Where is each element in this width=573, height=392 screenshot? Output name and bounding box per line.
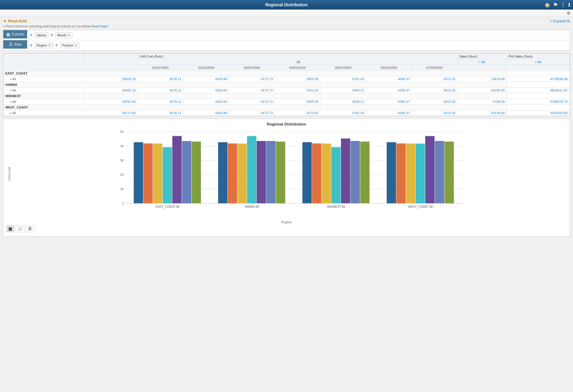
- table-chart-button[interactable]: ☰: [26, 225, 34, 232]
- header-group-row: Unit Cost (Sum) Sales (Sum) Prd Sales (S…: [4, 54, 570, 59]
- svg-rect-38: [396, 143, 406, 203]
- pivot-title: ▼ Pivot Grid: [3, 19, 27, 23]
- d3-cell: 4173.73: [229, 88, 275, 93]
- svg-rect-31: [322, 144, 331, 203]
- chart-controls: ▦ 📈 ☰: [6, 224, 567, 233]
- prd-cell: 9626511.87: [507, 88, 570, 93]
- home-icon[interactable]: 🏠: [544, 2, 550, 8]
- pivot-grid-container: Unit Cost (Sum) Sales (Sum) Prd Sales (S…: [3, 53, 570, 116]
- settings-icon[interactable]: ⚙: [567, 11, 571, 16]
- d5-cell: 4356.37: [320, 88, 366, 93]
- add-row-button-2[interactable]: +: [55, 43, 58, 48]
- d4-cell: 3925.05: [275, 99, 320, 105]
- line-chart-button[interactable]: 📈: [16, 225, 25, 232]
- page-title: Regional Distribution: [265, 2, 308, 7]
- region-cell-1: HAWAII: [4, 82, 507, 88]
- empty-header-2: [84, 54, 138, 71]
- sales-header: Sales (Sum): [457, 54, 506, 59]
- top-bar: Regional Distribution 🏠 ⚑ ⋮ ℹ: [0, 0, 573, 10]
- main-content: ▼ Pivot Grid + Expand All + Press hold i…: [0, 17, 573, 238]
- d1-cell: 4270.11: [138, 88, 183, 93]
- region-chip-close[interactable]: ✕: [48, 43, 51, 47]
- column-label: ▦ Column: [3, 30, 27, 38]
- all-label[interactable]: + All: [4, 110, 84, 116]
- all-label[interactable]: + All: [4, 76, 84, 82]
- month-chip-label: Month: [57, 33, 67, 37]
- settings-row: ⚙: [0, 10, 573, 17]
- pivot-arrow[interactable]: ▼: [3, 19, 7, 23]
- svg-rect-14: [144, 143, 153, 203]
- region-row: WEST_COAST: [4, 105, 570, 110]
- svg-rect-13: [134, 142, 143, 203]
- bar-chart-button[interactable]: ▦: [6, 225, 14, 232]
- x-axis-label: Region: [6, 220, 567, 224]
- plus-icon: +: [3, 24, 5, 28]
- svg-rect-23: [237, 144, 247, 203]
- svg-text:0: 0: [122, 202, 124, 205]
- prd-date-empty: [507, 65, 570, 71]
- svg-rect-27: [276, 142, 285, 203]
- d3-cell: 4173.73: [229, 76, 275, 82]
- values-chip: Values: [35, 32, 49, 38]
- values-chip-label: Values: [37, 33, 47, 37]
- add-column-button-2[interactable]: +: [50, 32, 53, 38]
- pivot-tbody: EAST_COAST + All 29923.78 4270.11 4183.8…: [4, 71, 570, 116]
- d4-cell: 3925.05: [275, 76, 320, 82]
- svg-rect-32: [331, 147, 341, 203]
- info-icon[interactable]: ℹ: [568, 2, 570, 8]
- d3-cell: 4173.73: [229, 99, 275, 105]
- svg-rect-39: [406, 144, 415, 203]
- all-label[interactable]: + All: [4, 99, 84, 105]
- svg-rect-33: [341, 139, 350, 203]
- sales-cell: 13874.00: [457, 76, 506, 82]
- row-items: + Region ✕ + Product ✕: [27, 41, 82, 49]
- d6-cell: 4356.37: [366, 88, 412, 93]
- all-row: + All 30355.10 4270.11 4183.84 4173.73 4…: [4, 88, 570, 93]
- svg-text:1K: 1K: [120, 188, 124, 191]
- svg-rect-29: [302, 142, 312, 203]
- drag-hint-text: Press hold icon and drag and drop to col…: [6, 24, 91, 28]
- product-chip-close[interactable]: ✕: [75, 43, 78, 47]
- sales-all: + All: [457, 59, 506, 65]
- add-column-button[interactable]: +: [30, 32, 33, 38]
- all-row: + All 30171.55 4270.11 4183.84 4173.73 4…: [4, 110, 570, 116]
- prd-cell: 5476325.83: [507, 110, 570, 116]
- more-icon[interactable]: ⋮: [560, 2, 565, 8]
- add-row-button[interactable]: +: [30, 43, 33, 48]
- empty-header: [4, 54, 84, 71]
- region-cell-0: EAST_COAST: [4, 71, 507, 76]
- prd-sales-header: Prd Sales (Sum): [507, 54, 570, 59]
- pivot-controls: ▦ Column + Values + Month ✕ ☰ Row: [3, 30, 570, 51]
- svg-text:EAST_COAST All: EAST_COAST All: [156, 205, 179, 208]
- svg-rect-18: [182, 141, 191, 203]
- date-5: 05/01/2004: [320, 65, 366, 71]
- svg-rect-25: [257, 141, 266, 203]
- d7-cell: 4313.25: [412, 76, 457, 82]
- total-cell: 29751.56: [84, 99, 138, 105]
- svg-text:WEST_COAST All: WEST_COAST All: [408, 205, 433, 208]
- d5-cell: 4701.43: [320, 76, 366, 82]
- all-label[interactable]: + All: [4, 88, 84, 93]
- svg-rect-22: [228, 143, 237, 203]
- d1-cell: 4270.11: [138, 76, 183, 82]
- flag-icon[interactable]: ⚑: [553, 2, 557, 8]
- region-chip-label: Region: [37, 44, 47, 47]
- svg-rect-17: [172, 136, 181, 203]
- need-help-link[interactable]: Need help?: [92, 24, 108, 28]
- svg-rect-19: [192, 142, 201, 203]
- sales-date-empty: [457, 65, 506, 71]
- date-2: 02/01/2004: [183, 65, 229, 71]
- d1-cell: 4270.11: [138, 99, 183, 105]
- d3-cell: 4173.73: [229, 110, 275, 116]
- svg-rect-15: [153, 144, 162, 203]
- svg-text:4K: 4K: [120, 145, 124, 148]
- month-chip-close[interactable]: ✕: [67, 33, 70, 37]
- svg-rect-30: [312, 143, 321, 203]
- all-row: + All 29923.78 4270.11 4183.84 4173.73 3…: [4, 76, 570, 82]
- sales-cell: 28105.00: [457, 88, 506, 93]
- d6-cell: 4356.37: [366, 110, 412, 116]
- pivot-title-text: Pivot Grid: [8, 19, 27, 23]
- svg-text:MIDWEST All: MIDWEST All: [327, 205, 345, 208]
- expand-all-button[interactable]: + Expand All: [550, 19, 570, 23]
- svg-rect-34: [351, 141, 360, 203]
